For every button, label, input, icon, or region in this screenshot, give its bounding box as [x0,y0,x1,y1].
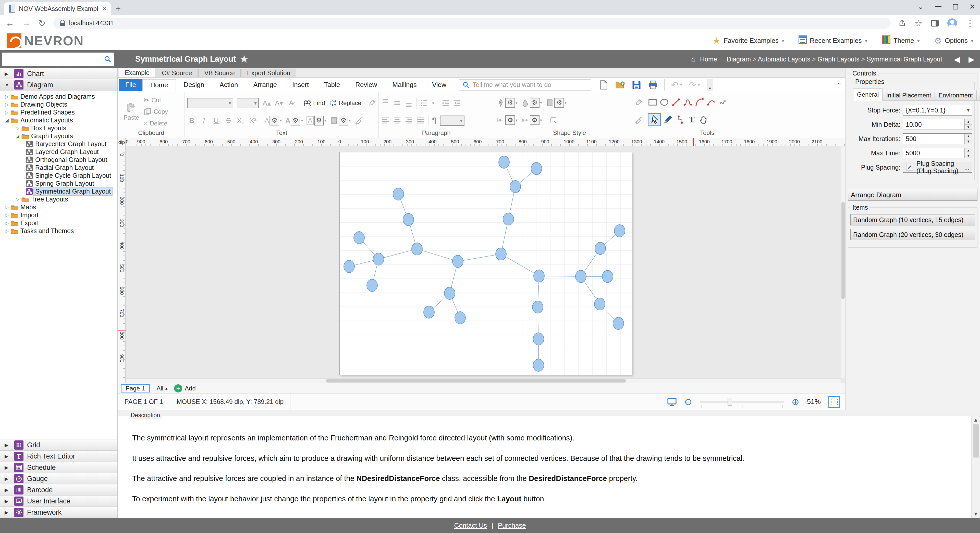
canvas-horizontal-scrollbar[interactable] [126,378,841,383]
sidebar-section-framework[interactable]: ▶Framework [0,507,118,518]
pan-tool-icon[interactable] [699,115,709,124]
header-menu-options[interactable]: ⚙Options▾ [934,36,974,46]
style-brush-icon[interactable] [634,116,642,124]
tree-expanded-icon[interactable]: ◢ [3,117,10,123]
tree-item-barycenter-graph-layout[interactable]: Barycenter Graph Layout [0,140,118,148]
ribbon-tab-review[interactable]: Review [348,79,385,91]
add-page-button[interactable]: + Add [174,384,196,392]
breadcrumb-item[interactable]: Graph Layouts [818,56,859,63]
example-tab-vb-source[interactable]: VB Source [198,68,241,77]
graph-node[interactable] [510,181,520,193]
shrink-font-icon[interactable]: A▾ [275,99,283,107]
graph-node[interactable] [344,260,355,273]
paste-button[interactable]: Paste [121,94,142,129]
align-right-icon[interactable] [405,117,413,125]
graph-node[interactable] [532,301,543,313]
ellipse-tool-icon[interactable] [659,97,669,107]
tree-item-maps[interactable]: ▷Maps [0,203,118,211]
browser-menu-icon[interactable]: ⋮ [966,18,974,28]
tree-item-tasks-and-themes[interactable]: ▷Tasks and Themes [0,227,118,235]
format-eyedropper-icon[interactable] [368,99,376,107]
tree-item-box-layouts[interactable]: ▷Box Layouts [0,124,118,132]
polyline-tool-icon[interactable] [683,97,693,107]
header-menu-theme[interactable]: Theme▾ [882,35,920,46]
scroll-up-icon[interactable]: ▲ [974,417,978,423]
ribbon-tab-view[interactable]: View [425,79,454,91]
graph-node[interactable] [595,242,606,254]
ribbon-tab-action[interactable]: Action [212,79,245,91]
align-justify-icon[interactable] [417,117,425,125]
drawing-canvas[interactable]: 0100200300400500600700800900 [118,146,845,383]
properties-tab-general[interactable]: General [853,89,883,101]
example-search-box[interactable] [2,52,115,66]
graph-node[interactable] [594,298,605,310]
zoom-in-icon[interactable]: ⊕ [792,397,799,407]
drawing-page[interactable] [339,152,632,375]
new-document-icon[interactable] [599,80,609,90]
tree-expanded-icon[interactable]: ◢ [14,133,21,139]
canvas-vertical-scrollbar[interactable] [841,146,845,378]
ribbon-tab-design[interactable]: Design [176,79,212,91]
stop-force-dropdown[interactable]: {X=0.1,Y=0.1}▾ [903,105,972,116]
max-time-input[interactable]: 5000▲▼ [903,148,972,159]
properties-tab-initial-placement[interactable]: Initial Placement [882,90,935,101]
tab-search-chevron-icon[interactable]: ⌄ [918,3,924,11]
profile-avatar[interactable] [947,18,957,28]
sidebar-section-schedule[interactable]: ▶Schedule [0,462,118,473]
tree-item-export[interactable]: ▷Export [0,219,118,227]
back-icon[interactable]: ← [6,18,14,28]
clear-format-icon[interactable]: A̷ [287,99,296,107]
ribbon-tab-mailings[interactable]: Mailings [385,79,425,91]
strikethrough-icon[interactable]: S [224,117,233,125]
url-bar[interactable]: localhost:44331 [53,17,891,29]
nav-forward-icon[interactable]: ▶ [966,55,977,64]
tree-collapsed-icon[interactable]: ▷ [14,125,21,131]
tree-item-spring-graph-layout[interactable]: Spring Graph Layout [0,179,118,187]
shape-shadow-style-button[interactable]: ⚙▾ [546,98,566,108]
ribbon-file-tab[interactable]: File [119,79,142,91]
sidebar-section-user-interface[interactable]: ▶User Interface [0,495,118,507]
copy-button[interactable]: Copy [143,107,168,116]
spinner-buttons[interactable]: ▲▼ [964,148,972,158]
tree-collapsed-icon[interactable]: ▷ [3,205,10,210]
breadcrumb-item[interactable]: Diagram [727,56,751,63]
align-left-icon[interactable] [381,117,390,125]
freehand-tool-icon[interactable] [718,97,728,107]
graph-node[interactable] [452,255,463,268]
favorite-star-icon[interactable]: ★ [240,54,248,65]
sidebar-section-diagram[interactable]: ▼Diagram [0,79,118,90]
valign-middle-icon[interactable] [393,99,401,107]
graph-node[interactable] [533,333,544,345]
style-eyedropper-icon[interactable] [634,99,642,107]
print-icon[interactable] [648,80,658,90]
graph-node[interactable] [354,232,364,244]
graph-node[interactable] [424,306,434,318]
pilcrow-icon[interactable]: ¶ [432,116,436,125]
tree-item-demo-apps-and-diagrams[interactable]: ▷Demo Apps and Diagrams [0,93,118,100]
forward-icon[interactable]: → [22,18,30,28]
ribbon-search-box[interactable] [458,79,591,90]
underline-icon[interactable]: U [212,117,221,125]
max-iterations-input[interactable]: 500▲▼ [903,133,972,144]
paragraph-style-combo[interactable]: ▾ [440,116,465,126]
fit-screen-icon[interactable] [667,397,677,407]
reload-icon[interactable]: ↻ [38,18,46,28]
tree-collapsed-icon[interactable]: ▷ [3,94,10,100]
sidebar-section-grid[interactable]: ▶Grid [0,439,118,451]
valign-bottom-icon[interactable] [405,99,413,107]
zoom-out-icon[interactable]: ⊖ [684,397,692,407]
valign-top-icon[interactable] [381,99,390,107]
graph-node[interactable] [496,248,506,260]
pencil-tool-icon[interactable] [663,115,673,124]
tree-item-layered-graph-layout[interactable]: Layered Graph Layout [0,148,118,156]
graph-node[interactable] [576,270,586,282]
tree-collapsed-icon[interactable]: ▷ [3,220,10,226]
page-tab[interactable]: Page-1 [121,384,150,392]
graph-node[interactable] [533,359,544,371]
ribbon-search-input[interactable] [473,81,587,89]
save-icon[interactable] [632,80,641,90]
font-size-combo[interactable]: ▾ [237,98,259,108]
side-panel-icon[interactable] [931,20,939,27]
format-brush-icon[interactable] [355,117,363,125]
sidebar-section-chart[interactable]: ▶Chart [0,68,118,79]
